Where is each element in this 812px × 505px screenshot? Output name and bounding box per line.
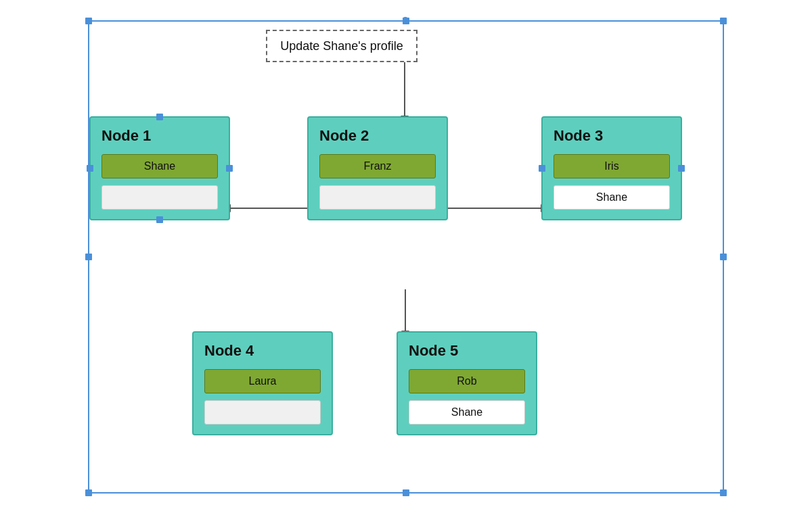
node-1-green-field: Shane (102, 154, 218, 178)
node-1-handle-left[interactable] (87, 165, 93, 172)
node-4-green-field: Laura (204, 369, 321, 393)
handle-bm[interactable] (403, 489, 409, 496)
node-3-handle-left[interactable] (539, 165, 545, 172)
node-3-title: Node 3 (554, 127, 670, 145)
node-4-title: Node 4 (204, 342, 321, 360)
node-1[interactable]: Node 1 Shane (89, 116, 230, 220)
arrow-node2-to-node1 (230, 208, 307, 209)
task-label: Update Shane's profile (280, 39, 403, 53)
node-3[interactable]: Node 3 Iris Shane (541, 116, 682, 220)
node-3-handle-right[interactable] (678, 165, 685, 172)
handle-tl[interactable] (85, 18, 92, 24)
node-2[interactable]: Node 2 Franz (307, 116, 448, 220)
task-box[interactable]: Update Shane's profile (266, 30, 418, 62)
node-5-white-label: Shane (451, 406, 482, 418)
handle-br[interactable] (720, 489, 727, 496)
handle-tr[interactable] (720, 18, 727, 24)
node-1-handle-right[interactable] (226, 165, 233, 172)
canvas: Update Shane's profile Node 1 Shane Node… (0, 0, 812, 505)
node-5-green-field: Rob (409, 369, 525, 393)
node-3-white-field: Shane (554, 185, 670, 210)
handle-ml[interactable] (85, 254, 92, 260)
node-1-white-field (102, 185, 218, 210)
arrow-node2-to-node5 (405, 289, 406, 331)
node-5-title: Node 5 (409, 342, 525, 360)
node-2-title: Node 2 (319, 127, 436, 145)
node-3-green-field: Iris (554, 154, 670, 178)
handle-mr[interactable] (720, 254, 727, 260)
node-4-white-field (204, 400, 321, 425)
node-5[interactable]: Node 5 Rob Shane (397, 331, 537, 435)
node-2-green-field: Franz (319, 154, 436, 178)
node-5-white-field: Shane (409, 400, 525, 425)
arrow-task-to-node2 (404, 62, 405, 116)
node-4[interactable]: Node 4 Laura (192, 331, 333, 435)
node-1-handle-top[interactable] (156, 114, 163, 120)
handle-bl[interactable] (85, 489, 92, 496)
node-3-white-label: Shane (596, 191, 627, 203)
node-1-handle-bottom[interactable] (156, 216, 163, 223)
arrow-node2-to-node3 (448, 208, 541, 209)
top-handle (403, 17, 408, 22)
node-1-title: Node 1 (102, 127, 218, 145)
node-2-white-field (319, 185, 436, 210)
